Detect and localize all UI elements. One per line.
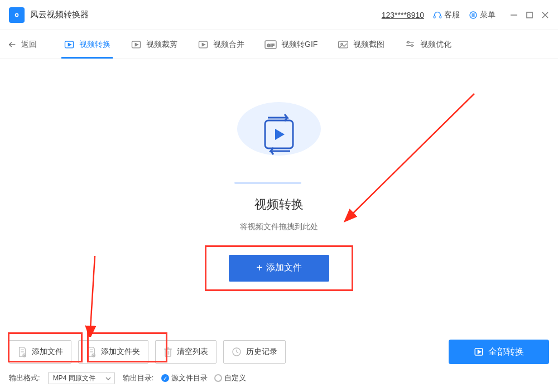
tab-label: 视频合并 [213, 40, 244, 50]
output-format-dropdown[interactable]: MP4 同原文件 [48, 372, 115, 384]
merge-icon [198, 39, 209, 50]
tab-video-crop[interactable]: 视频裁剪 [131, 30, 177, 59]
convert-all-label: 全部转换 [488, 346, 524, 358]
screenshot-icon [338, 40, 349, 50]
titlebar: 风云视频转换器 123****8910 客服 菜单 [0, 0, 558, 30]
crop-icon [131, 39, 142, 50]
user-id[interactable]: 123****8910 [382, 11, 424, 20]
sliders-icon [405, 40, 416, 50]
radio-unchecked-icon [214, 374, 222, 382]
svg-marker-19 [202, 43, 205, 46]
plus-icon: + [256, 262, 263, 274]
output-format-label: 输出格式: [9, 373, 40, 383]
bottom-bar: 添加文件 添加文件夹 清空列表 历史记录 全部转换 输出格式: MP4 同原文件… [0, 340, 558, 392]
headset-icon [433, 11, 442, 20]
svg-rect-10 [527, 12, 532, 18]
svg-text:GIF: GIF [267, 43, 274, 48]
tab-video-optimize[interactable]: 视频优化 [405, 30, 451, 59]
radio-source-dir-label: 源文件目录 [171, 373, 208, 383]
svg-point-27 [411, 45, 413, 46]
support-label: 客服 [444, 10, 460, 20]
window-maximize-button[interactable] [526, 11, 533, 19]
svg-rect-41 [165, 349, 171, 356]
menu-button[interactable]: 菜单 [469, 10, 496, 20]
hero-illustration [234, 101, 324, 184]
hero-subtitle: 将视频文件拖拽到此处 [240, 222, 318, 232]
tab-video-screenshot[interactable]: 视频截图 [338, 30, 384, 59]
output-dir-label: 输出目录: [123, 373, 154, 383]
play-convert-icon [64, 39, 75, 50]
svg-rect-4 [440, 16, 441, 18]
tab-video-merge[interactable]: 视频合并 [198, 30, 244, 59]
output-format-value: MP4 同原文件 [53, 374, 95, 383]
tab-label: 视频转GIF [281, 40, 318, 50]
hero-title: 视频转换 [254, 196, 304, 213]
tab-label: 视频截图 [353, 40, 384, 50]
back-label: 返回 [21, 40, 37, 50]
add-file-label: 添加文件 [32, 347, 63, 357]
back-button[interactable]: 返回 [8, 40, 37, 50]
tab-video-convert[interactable]: 视频转换 [64, 30, 110, 59]
radio-custom-dir-label: 自定义 [224, 373, 246, 383]
tab-label: 视频优化 [420, 40, 451, 50]
window-minimize-button[interactable] [510, 11, 518, 19]
menu-icon [469, 11, 478, 20]
svg-point-25 [407, 41, 409, 43]
tab-label: 视频裁剪 [146, 40, 177, 50]
svg-marker-15 [68, 43, 71, 46]
svg-marker-17 [135, 43, 138, 46]
radio-source-dir[interactable]: ✓ 源文件目录 [161, 373, 208, 383]
add-folder-button[interactable]: 添加文件夹 [78, 340, 148, 364]
radio-custom-dir[interactable]: 自定义 [214, 373, 246, 383]
svg-marker-48 [478, 350, 481, 354]
gif-icon: GIF [264, 40, 277, 49]
history-label: 历史记录 [246, 347, 277, 357]
clear-list-button[interactable]: 清空列表 [155, 340, 217, 364]
add-file-main-label: 添加文件 [266, 262, 302, 274]
nav-tabs: 返回 视频转换 视频裁剪 视频合并 GIF 视频转GIF 视频截图 视频优化 [0, 30, 558, 59]
convert-all-button[interactable]: 全部转换 [449, 340, 549, 364]
app-title: 风云视频转换器 [30, 9, 89, 20]
svg-rect-3 [434, 16, 435, 18]
tab-video-to-gif[interactable]: GIF 视频转GIF [264, 30, 318, 59]
support-button[interactable]: 客服 [433, 10, 460, 20]
app-logo [9, 7, 25, 23]
chevron-down-icon [105, 374, 111, 382]
window-close-button[interactable] [541, 11, 549, 19]
add-folder-label: 添加文件夹 [101, 347, 140, 357]
add-file-main-button[interactable]: + 添加文件 [229, 255, 329, 282]
add-file-button[interactable]: 添加文件 [9, 340, 71, 364]
tab-label: 视频转换 [79, 40, 110, 50]
menu-label: 菜单 [480, 10, 496, 20]
main-drop-area[interactable]: 视频转换 将视频文件拖拽到此处 + 添加文件 [0, 59, 558, 332]
radio-checked-icon: ✓ [161, 374, 169, 382]
clear-list-label: 清空列表 [177, 347, 208, 357]
annotation-box-add-file-main: + 添加文件 [205, 245, 353, 291]
history-button[interactable]: 历史记录 [223, 340, 286, 364]
